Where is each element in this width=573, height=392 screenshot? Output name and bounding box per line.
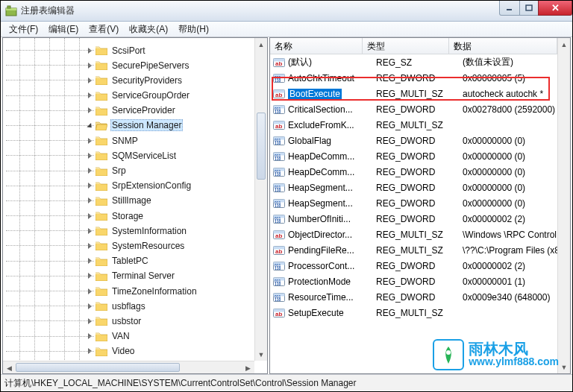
list-row[interactable]: SetupExecuteREG_MULTI_SZ	[270, 305, 557, 320]
tree-item[interactable]: SNMP	[3, 134, 267, 147]
value-name: ProcessorCont...	[288, 261, 354, 271]
collapse-icon[interactable]	[87, 122, 93, 129]
value-type: REG_MULTI_SZ	[376, 120, 463, 130]
tree-item[interactable]: Srp	[3, 165, 267, 177]
menu-edit[interactable]: 编辑(E)	[43, 22, 84, 37]
statusbar: 计算机\HKEY_LOCAL_MACHINE\SYSTEM\CurrentCon…	[1, 374, 572, 391]
list-row[interactable]: CriticalSection...REG_DWORD0x00278d00 (2…	[270, 101, 557, 117]
folder-icon	[96, 211, 107, 221]
tree-item[interactable]: TabletPC	[3, 255, 267, 268]
folder-icon	[96, 347, 107, 356]
scroll-left-icon[interactable]: ◀	[3, 361, 16, 374]
value-type: REG_DWORD	[376, 167, 463, 177]
tree-scrollbar-horizontal[interactable]: ◀ ▶	[3, 361, 254, 373]
tree-item[interactable]: ServiceProvider	[3, 104, 267, 117]
tree-item[interactable]: Storage	[3, 209, 267, 222]
tree-item[interactable]: TimeZoneInformation	[3, 285, 267, 297]
tree-item-label: Session Manager	[110, 119, 183, 131]
scroll-down-icon[interactable]: ▼	[558, 361, 570, 373]
list-row[interactable]: HeapSegment...REG_DWORD0x00000000 (0)	[270, 180, 557, 195]
tree-item[interactable]: Terminal Server	[3, 270, 267, 282]
tree-item[interactable]: ServiceGroupOrder	[3, 89, 267, 102]
scroll-down-icon[interactable]: ▼	[255, 348, 267, 361]
list-row[interactable]: ProcessorCont...REG_DWORD0x00000002 (2)	[270, 258, 557, 274]
tree-item-label: ScsiPort	[110, 45, 147, 56]
list-row[interactable]: ExcludeFromK...REG_MULTI_SZ	[270, 117, 557, 133]
tree-item-label: SystemInformation	[110, 226, 188, 236]
reg-binary-icon	[273, 260, 285, 272]
value-data: 0x00000000 (0)	[463, 183, 557, 193]
scroll-thumb[interactable]	[257, 113, 266, 180]
tree-item-label: ServiceProvider	[110, 105, 177, 116]
list-row[interactable]: PendingFileRe...REG_MULTI_SZ\??\C:\Progr…	[270, 242, 557, 258]
column-name[interactable]: 名称	[270, 38, 363, 54]
minimize-button[interactable]	[499, 1, 520, 16]
folder-icon	[96, 151, 107, 160]
tree-item[interactable]: Video	[3, 345, 267, 358]
titlebar: 注册表编辑器 ✕	[1, 1, 572, 22]
tree-item[interactable]: VAN	[3, 330, 267, 343]
scroll-right-icon[interactable]: ▶	[242, 361, 254, 374]
reg-binary-icon	[273, 213, 285, 225]
value-data: 0x00000000 (0)	[463, 198, 557, 209]
list-row[interactable]: BootExecuteREG_MULTI_SZautocheck autochk…	[270, 86, 557, 101]
tree-item[interactable]: StillImage	[3, 195, 267, 207]
tree-item[interactable]: SQMServiceList	[3, 149, 267, 162]
maximize-button[interactable]	[519, 1, 539, 16]
scroll-up-icon[interactable]: ▲	[255, 38, 267, 51]
tree-item[interactable]: SystemInformation	[3, 224, 267, 237]
value-name: HeapDeComm...	[288, 167, 354, 177]
list-row[interactable]: HeapDeComm...REG_DWORD0x00000000 (0)	[270, 148, 557, 164]
folder-icon	[96, 136, 107, 145]
tree-item[interactable]: Session Manager	[3, 119, 267, 132]
menu-help[interactable]: 帮助(H)	[173, 22, 214, 37]
tree-item[interactable]: SrpExtensionConfig	[3, 180, 267, 192]
close-button[interactable]: ✕	[538, 1, 572, 16]
tree-item[interactable]: SecurePipeServers	[3, 59, 267, 72]
list-row[interactable]: GlobalFlagREG_DWORD0x00000000 (0)	[270, 133, 557, 148]
tree-item-label: SystemResources	[110, 241, 186, 251]
tree-item[interactable]: SystemResources	[3, 239, 267, 252]
list-row[interactable]: AutoChkTimeoutREG_DWORD0x00000005 (5)	[270, 70, 557, 86]
list-row[interactable]: ProtectionModeREG_DWORD0x00000001 (1)	[270, 274, 557, 289]
value-type: REG_DWORD	[376, 276, 463, 287]
menu-view[interactable]: 查看(V)	[84, 22, 124, 37]
value-name: GlobalFlag	[288, 136, 331, 146]
list-row[interactable]: NumberOfIniti...REG_DWORD0x00000002 (2)	[270, 211, 557, 227]
value-data: 0x00000000 (0)	[463, 136, 557, 146]
list-row[interactable]: HeapDeComm...REG_DWORD0x00000000 (0)	[270, 164, 557, 180]
svg-point-5	[446, 350, 451, 355]
list-scrollbar-vertical[interactable]: ▲ ▼	[557, 38, 570, 373]
tree-item-label: usbstor	[110, 316, 143, 326]
value-data: 0x00278d00 (2592000)	[463, 104, 557, 115]
reg-string-icon	[273, 307, 285, 319]
folder-icon	[96, 91, 107, 101]
column-data[interactable]: 数据	[449, 38, 557, 54]
scroll-thumb-h[interactable]	[16, 363, 180, 372]
tree-item-label: usbflags	[110, 301, 147, 312]
tree-item-label: Terminal Server	[110, 271, 176, 281]
value-data: 0x00000002 (2)	[463, 261, 557, 271]
tree-pane[interactable]: ScsiPortSecurePipeServersSecurityProvide…	[2, 37, 268, 374]
folder-icon	[96, 286, 107, 296]
list-row[interactable]: ObjectDirector...REG_MULTI_SZ\Windows \R…	[270, 227, 557, 242]
list-row[interactable]: HeapSegment...REG_DWORD0x00000000 (0)	[270, 195, 557, 211]
scroll-up-icon[interactable]: ▲	[558, 38, 570, 51]
folder-icon	[96, 106, 107, 116]
tree-item[interactable]: usbflags	[3, 300, 267, 312]
value-type: REG_SZ	[376, 57, 463, 68]
value-data: 0x00000000 (0)	[463, 167, 557, 177]
menu-favorites[interactable]: 收藏夹(A)	[124, 22, 173, 37]
list-row[interactable]: ResourceTime...REG_DWORD0x0009e340 (6480…	[270, 289, 557, 305]
tree-scrollbar-vertical[interactable]: ▲ ▼	[254, 38, 267, 361]
menu-file[interactable]: 文件(F)	[4, 22, 43, 37]
tree-item[interactable]: SecurityProviders	[3, 74, 267, 86]
tree-item[interactable]: usbstor	[3, 314, 267, 327]
tree-item[interactable]: ScsiPort	[3, 44, 267, 57]
column-type[interactable]: 类型	[363, 38, 449, 54]
value-name: ResourceTime...	[288, 292, 354, 303]
value-type: REG_DWORD	[376, 183, 463, 193]
list-row[interactable]: (默认)REG_SZ(数值未设置)	[270, 54, 557, 70]
list-pane[interactable]: 名称 类型 数据 (默认)REG_SZ(数值未设置)AutoChkTimeout…	[269, 37, 571, 374]
folder-icon	[96, 181, 107, 191]
